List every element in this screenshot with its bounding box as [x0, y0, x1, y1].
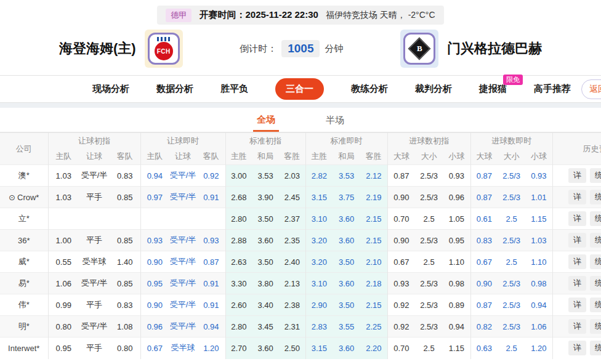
- odds-cell: 0.87: [470, 187, 498, 208]
- table-row: 易*1.06受平/半0.850.95受平/半0.913.303.802.133.…: [0, 273, 601, 294]
- history-button-1[interactable]: 详: [568, 233, 586, 248]
- match-header: 海登海姆(主) FCH 倒计时： 1005 分钟 B 门兴格拉德巴赫: [0, 25, 601, 75]
- odds-cell: 0.95: [140, 273, 169, 294]
- nav-tab-2[interactable]: 数据分析: [156, 83, 193, 95]
- history-button-2[interactable]: 统: [590, 297, 601, 312]
- sub-header: 和局: [252, 149, 279, 165]
- table-row: Interwet*0.95平手0.800.67受半球1.202.703.602.…: [0, 338, 601, 359]
- odds-cell: [197, 208, 225, 230]
- odds-cell: 0.95: [48, 338, 79, 359]
- nav-tab-3[interactable]: 胜平负: [220, 83, 248, 95]
- history-button-2[interactable]: 统: [590, 168, 601, 183]
- group-header-2: 让球即时: [140, 133, 225, 149]
- away-team-name: 门兴格拉德巴赫: [447, 39, 542, 58]
- odds-cell: 3.50: [252, 208, 279, 230]
- countdown-value: 1005: [281, 40, 320, 57]
- history-button-1[interactable]: 详: [568, 168, 586, 183]
- sub-header: 让球: [79, 149, 110, 165]
- company-name: Interwet*: [0, 338, 48, 359]
- table-row: ⊙Crow*1.03平手0.850.97受平/半0.912.683.902.45…: [0, 187, 601, 208]
- nav-tab-1[interactable]: 现场分析: [92, 83, 129, 95]
- odds-cell: 1.05: [443, 208, 470, 230]
- history-button-1[interactable]: 详: [568, 319, 586, 334]
- odds-cell: 3.50: [333, 251, 360, 273]
- odds-cell: 2.60: [225, 294, 252, 316]
- group-header-4: 标准即时: [305, 133, 387, 149]
- odds-cell: 0.93: [140, 230, 169, 251]
- nav-tab-4[interactable]: 三合一: [275, 78, 324, 100]
- odds-cell: 平手: [79, 294, 110, 316]
- odds-cell: 0.83: [110, 165, 140, 187]
- column-header-history: 历史资料: [552, 133, 601, 165]
- odds-cell: 0.98: [525, 273, 552, 294]
- odds-cell: 2.5/3: [415, 273, 443, 294]
- odds-cell: 受平/半: [79, 273, 110, 294]
- odds-cell: 0.94: [140, 165, 169, 187]
- odds-cell: 2.5/3: [415, 230, 443, 251]
- odds-cell: 2.5/3: [498, 230, 525, 251]
- odds-cell: 0.92: [197, 165, 225, 187]
- odds-cell: 2.5/3: [415, 165, 443, 187]
- sub-header: 主胜: [305, 149, 333, 165]
- odds-cell: 2.90: [305, 294, 333, 316]
- odds-cell: 2.5: [415, 338, 443, 359]
- odds-cell: 0.94: [443, 316, 470, 338]
- away-logo-diamond: B: [408, 38, 431, 60]
- history-button-2[interactable]: 统: [590, 211, 601, 226]
- odds-cell: 0.91: [197, 294, 225, 316]
- odds-cell: 2.5/3: [498, 165, 525, 187]
- nav-tab-5[interactable]: 教练分析: [351, 83, 388, 95]
- nav-tab-6[interactable]: 裁判分析: [415, 83, 452, 95]
- history-cell: 详统主: [552, 208, 601, 230]
- history-button-2[interactable]: 统: [590, 190, 601, 204]
- sub-header: 主队: [140, 149, 169, 165]
- odds-cell: 2.38: [279, 294, 305, 316]
- odds-cell: 2.03: [279, 165, 305, 187]
- odds-cell: 2.15: [360, 230, 387, 251]
- subtab-2[interactable]: 半场: [322, 109, 348, 131]
- odds-cell: 受平/半: [79, 165, 110, 187]
- odds-cell: 3.53: [252, 165, 279, 187]
- odds-cell: 1.10: [525, 251, 552, 273]
- odds-cell: 受平/半: [169, 187, 197, 208]
- column-header-company: 公司: [0, 133, 48, 165]
- subtab-1[interactable]: 全场: [253, 108, 279, 132]
- nav-right-button[interactable]: 返回: [581, 79, 601, 99]
- match-info-bar: 德甲 开赛时间：2025-11-22 22:30 福伊特竞技场 天晴， -2°C…: [0, 0, 601, 25]
- football-icon: ⊙: [9, 193, 15, 202]
- history-button-2[interactable]: 统: [590, 233, 601, 248]
- history-button-1[interactable]: 详: [568, 341, 586, 355]
- nav-tab-7[interactable]: 捷报猫限免: [479, 83, 507, 95]
- history-button-1[interactable]: 详: [568, 254, 586, 269]
- odds-cell: 3.15: [305, 338, 333, 359]
- odds-cell: 0.91: [197, 187, 225, 208]
- history-button-2[interactable]: 统: [590, 341, 601, 355]
- history-cell: 详统主: [552, 316, 601, 338]
- odds-cell: 0.85: [110, 273, 140, 294]
- odds-cell: 3.30: [225, 273, 252, 294]
- history-button-2[interactable]: 统: [590, 276, 601, 291]
- odds-cell: 2.80: [225, 208, 252, 230]
- odds-cell: 3.40: [252, 294, 279, 316]
- odds-cell: 2.5/3: [498, 294, 525, 316]
- nav-tab-8[interactable]: 高手推荐: [534, 83, 571, 95]
- odds-cell: 1.08: [110, 316, 140, 338]
- history-button-1[interactable]: 详: [568, 211, 586, 226]
- odds-cell: 3.60: [333, 273, 360, 294]
- odds-cell: 0.91: [197, 273, 225, 294]
- history-button-2[interactable]: 统: [590, 319, 601, 334]
- odds-cell: 0.85: [110, 230, 140, 251]
- odds-cell: 0.94: [525, 294, 552, 316]
- odds-cell: 1.15: [443, 338, 470, 359]
- history-button-2[interactable]: 统: [590, 254, 601, 269]
- sub-header: 大球: [470, 149, 498, 165]
- odds-cell: 2.88: [225, 230, 252, 251]
- sub-header: 让球: [169, 149, 197, 165]
- odds-cell: 3.15: [305, 187, 333, 208]
- history-button-1[interactable]: 详: [568, 276, 586, 291]
- history-button-1[interactable]: 详: [568, 190, 586, 204]
- odds-cell: 2.20: [360, 338, 387, 359]
- odds-table: 公司让球初指让球即时标准初指标准即时进球数初指进球数即时历史资料主队让球客队主队…: [0, 132, 601, 359]
- history-button-1[interactable]: 详: [568, 297, 586, 312]
- odds-cell: [48, 208, 79, 230]
